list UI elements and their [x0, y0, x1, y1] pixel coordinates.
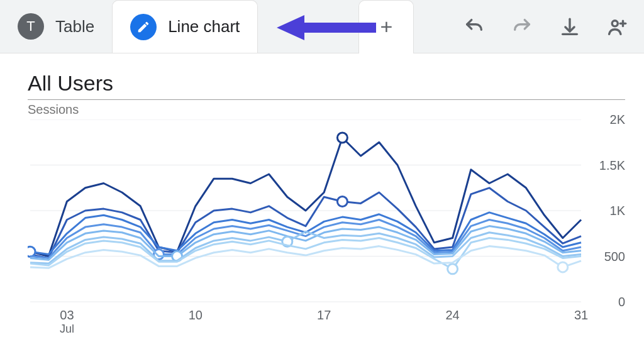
redo-button[interactable] — [509, 14, 535, 40]
add-tab-button[interactable]: + — [358, 0, 414, 53]
svg-point-1 — [612, 20, 618, 26]
x-tick-label: 31 — [574, 308, 588, 323]
series-marker — [448, 264, 458, 274]
pencil-icon — [130, 14, 157, 40]
action-toolbar — [462, 0, 636, 53]
tab-table-label: Table — [55, 17, 94, 36]
y-tick-label: 0 — [618, 295, 625, 309]
x-tick-label: 17 — [317, 308, 331, 323]
series-marker — [337, 197, 347, 207]
series-marker — [337, 133, 347, 143]
download-button[interactable] — [557, 14, 582, 40]
plot-area[interactable]: 05001K1.5K2K 03Jul10172431 — [28, 119, 625, 333]
y-tick-label: 1K — [610, 204, 625, 218]
series-line — [30, 238, 581, 269]
download-icon — [559, 16, 580, 38]
y-axis-label: Sessions — [28, 102, 79, 117]
title-divider — [28, 99, 625, 100]
x-tick-label: 03Jul — [60, 308, 74, 336]
tab-table[interactable]: T Table — [0, 0, 112, 53]
chart-title: All Users — [28, 71, 625, 96]
y-tick-label: 2K — [610, 113, 625, 127]
table-icon: T — [18, 13, 44, 40]
share-button[interactable] — [605, 14, 630, 40]
line-chart-svg — [28, 119, 625, 333]
chart-panel: All Users Sessions 05001K1.5K2K 03Jul101… — [0, 53, 644, 337]
x-tick-label: 24 — [445, 308, 459, 323]
series-marker — [558, 262, 568, 272]
tab-line-chart[interactable]: Line chart — [112, 0, 258, 53]
redo-icon — [511, 16, 533, 38]
top-toolbar: T Table Line chart + — [0, 0, 644, 53]
plus-icon: + — [380, 14, 392, 39]
y-axis-ticks: 05001K1.5K2K — [587, 119, 625, 302]
undo-icon — [464, 16, 485, 38]
y-tick-label: 500 — [604, 249, 625, 263]
series-marker — [28, 246, 35, 257]
share-person-icon — [607, 16, 628, 38]
x-tick-label: 10 — [189, 308, 203, 323]
y-tick-label: 1.5K — [599, 158, 625, 172]
x-axis-ticks: 03Jul10172431 — [28, 308, 581, 336]
undo-button[interactable] — [462, 14, 487, 40]
tab-line-chart-label: Line chart — [168, 17, 240, 36]
